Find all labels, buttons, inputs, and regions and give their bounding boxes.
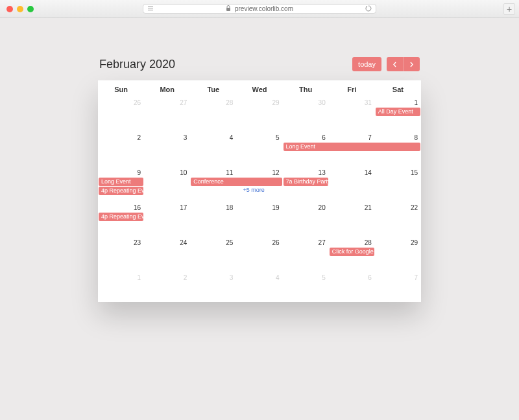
day-of-week-label: Sun — [98, 86, 144, 93]
day-number: 29 — [239, 99, 279, 106]
day-of-week-label: Tue — [190, 86, 236, 93]
svg-rect-2 — [148, 10, 153, 10]
calendar-header: February 2020 today — [98, 57, 421, 71]
calendar-title: February 2020 — [99, 58, 175, 71]
day-number: 19 — [239, 204, 279, 211]
day-number: 7 — [378, 274, 418, 281]
next-button[interactable] — [404, 57, 420, 71]
day-number: 16 — [101, 204, 141, 211]
day-cell[interactable]: 17 — [144, 202, 190, 237]
event-pill[interactable]: Click for Google — [330, 248, 374, 256]
day-number: 5 — [286, 274, 326, 281]
day-cell[interactable]: 23 — [98, 237, 144, 272]
week-row: 23242526272829Click for Google — [98, 237, 421, 272]
today-button[interactable]: today — [352, 57, 381, 71]
day-cell[interactable]: 19 — [236, 202, 282, 237]
day-cell[interactable]: 14 — [329, 167, 375, 202]
event-pill[interactable]: Long Event — [284, 143, 420, 151]
day-number: 18 — [193, 204, 233, 211]
week-row: 2345678Long Event — [98, 132, 421, 167]
day-of-week-label: Wed — [236, 86, 282, 93]
day-number: 25 — [193, 239, 233, 246]
day-cell[interactable]: 24 — [144, 237, 190, 272]
day-cell[interactable]: 26 — [236, 237, 282, 272]
day-cell[interactable]: 4 — [190, 132, 236, 167]
browser-chrome: preview.colorlib.com + — [0, 0, 519, 18]
day-cell[interactable]: 27 — [144, 97, 190, 132]
day-number: 3 — [193, 274, 233, 281]
day-number: 9 — [101, 169, 141, 176]
day-cell[interactable]: 15 — [375, 167, 421, 202]
day-of-week-label: Mon — [144, 86, 190, 93]
day-number: 15 — [378, 169, 418, 176]
day-cell[interactable]: 31 — [329, 97, 375, 132]
day-cell[interactable]: 10 — [144, 167, 190, 202]
event-pill[interactable]: 4p Repeating Eve — [99, 213, 143, 221]
day-number: 4 — [193, 134, 233, 141]
day-number: 6 — [286, 134, 326, 141]
reload-icon[interactable] — [365, 5, 372, 13]
day-cell[interactable]: 5 — [283, 272, 329, 302]
day-cell[interactable]: 28 — [190, 97, 236, 132]
day-number: 29 — [378, 239, 418, 246]
day-number: 26 — [239, 239, 279, 246]
day-cell[interactable]: 18 — [190, 202, 236, 237]
day-cell[interactable]: 4 — [236, 272, 282, 302]
svg-rect-3 — [226, 8, 230, 11]
day-cell[interactable]: 29 — [236, 97, 282, 132]
day-cell[interactable]: 7 — [375, 272, 421, 302]
week-row: 2627282930311All Day Event — [98, 97, 421, 132]
week-row: 161718192021224p Repeating Eve — [98, 202, 421, 237]
day-cell[interactable]: 22 — [375, 202, 421, 237]
day-cell[interactable]: 2 — [98, 132, 144, 167]
address-text: preview.colorlib.com — [235, 5, 293, 12]
close-window-button[interactable] — [6, 6, 13, 12]
event-pill[interactable]: Long Event — [99, 178, 143, 186]
day-cell[interactable]: 3 — [190, 272, 236, 302]
prev-button[interactable] — [387, 57, 404, 71]
event-pill[interactable]: 4p Repeating Eve — [99, 187, 143, 195]
day-cell[interactable]: 1 — [98, 272, 144, 302]
new-tab-button[interactable]: + — [503, 3, 515, 15]
day-of-week-label: Sat — [375, 86, 421, 93]
nav-button-group — [387, 57, 420, 71]
day-cell[interactable]: 26 — [98, 97, 144, 132]
day-number: 7 — [332, 134, 372, 141]
day-cell[interactable]: 27 — [283, 237, 329, 272]
day-number: 4 — [239, 274, 279, 281]
day-cell[interactable]: 6 — [329, 272, 375, 302]
day-number: 24 — [147, 239, 187, 246]
day-number: 28 — [193, 99, 233, 106]
day-cell[interactable]: 25 — [190, 237, 236, 272]
day-number: 2 — [101, 134, 141, 141]
traffic-lights — [6, 6, 34, 12]
event-pill[interactable]: Conference — [191, 178, 282, 186]
reader-icon[interactable] — [147, 5, 154, 13]
minimize-window-button[interactable] — [17, 6, 23, 12]
day-number: 22 — [378, 204, 418, 211]
event-pill[interactable]: All Day Event — [376, 108, 420, 116]
day-number: 31 — [332, 99, 372, 106]
chevron-right-icon — [409, 62, 414, 67]
day-number: 5 — [239, 134, 279, 141]
day-number: 3 — [147, 134, 187, 141]
day-number: 17 — [147, 204, 187, 211]
event-pill[interactable]: 7a Birthday Party — [284, 178, 328, 186]
page-viewport: February 2020 today — [0, 18, 519, 420]
day-number: 27 — [286, 239, 326, 246]
zoom-window-button[interactable] — [27, 6, 34, 12]
day-cell[interactable]: 20 — [283, 202, 329, 237]
day-cell[interactable]: 3 — [144, 132, 190, 167]
calendar-controls: today — [352, 57, 420, 71]
address-bar[interactable]: preview.colorlib.com — [143, 4, 376, 14]
day-cell[interactable]: 5 — [236, 132, 282, 167]
day-cell[interactable]: 30 — [283, 97, 329, 132]
more-events-link[interactable]: +5 more — [243, 187, 264, 193]
day-number: 27 — [147, 99, 187, 106]
day-cell[interactable]: 21 — [329, 202, 375, 237]
day-number: 6 — [332, 274, 372, 281]
day-number: 28 — [332, 239, 372, 246]
day-cell[interactable]: 29 — [375, 237, 421, 272]
day-cell[interactable]: 2 — [144, 272, 190, 302]
day-number: 1 — [378, 99, 418, 106]
